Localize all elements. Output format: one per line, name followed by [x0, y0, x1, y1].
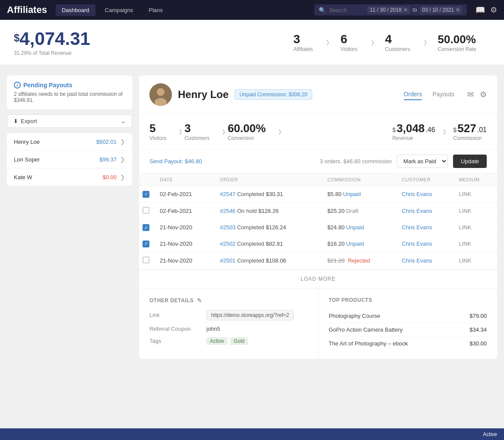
load-more[interactable]: LOAD MORE: [139, 269, 497, 288]
affiliate-item[interactable]: Lori Soper $99.37 ❯: [7, 151, 132, 168]
search-input[interactable]: [329, 7, 364, 13]
table-row: ✓ 21-Nov-2020 #2502 Completed $82.81 $16…: [139, 236, 497, 252]
payout-row: Send Payout: $46.80 3 orders. $46.80 com…: [139, 149, 497, 174]
row-customer: Chris Evans: [396, 219, 453, 236]
detail-row-link: Link https://demo.storeapps.org/?ref=2: [149, 310, 307, 320]
row-customer: Chris Evans: [396, 236, 453, 252]
stat-conversion: 50.00% Conversion Rate: [424, 33, 490, 52]
chevron-icon: ❯: [178, 129, 183, 135]
date-filter: 11 / 30 / 2018 ✕ to 03 / 10 / 2021 ✕: [367, 6, 463, 14]
header-tabs: Orders Payouts: [404, 89, 454, 100]
stat-customers-block: 3 Customers: [184, 122, 220, 141]
nav-campaigns[interactable]: Campaigns: [99, 4, 139, 16]
send-payout-link[interactable]: Send Payout: $46.80: [149, 158, 202, 165]
row-customer: Chris Evans: [396, 252, 453, 269]
date-to-tag: 03 / 10 / 2021 ✕: [420, 6, 463, 14]
stat-visitors: 6 Visitors: [326, 32, 371, 52]
stat-customers: 4 Customers: [371, 32, 424, 52]
row-customer: Chris Evans: [396, 202, 453, 219]
affiliate-name-block: Henry Loe: [178, 89, 228, 101]
table-row: 21-Nov-2020 #2501 Completed $108.06 $21.…: [139, 252, 497, 269]
top-nav: Affiliates Dashboard Campaigns Plans 🔍 1…: [0, 0, 504, 20]
product-row: GoPro Action Camera Battery $34.34: [329, 323, 487, 337]
row-checkbox[interactable]: ✓: [139, 236, 155, 252]
row-date: 02-Feb-2021: [155, 202, 215, 219]
product-row: The Art of Photography – ebook $30.00: [329, 337, 487, 350]
row-customer: Chris Evans: [396, 186, 453, 203]
sidebar: i Pending Payouts 2 affiliates needs to …: [7, 76, 132, 186]
row-date: 21-Nov-2020: [155, 219, 215, 236]
row-order: #2502 Completed $82.81: [215, 236, 322, 252]
col-date: DATE: [155, 174, 215, 186]
row-commission: $21.20 Rejected: [322, 252, 396, 269]
other-details-title: OTHER DETAILS ✎: [149, 297, 307, 304]
affiliate-item[interactable]: Kate W $0.00 ❯: [7, 168, 132, 186]
bottom-panels: OTHER DETAILS ✎ Link https://demo.storea…: [139, 288, 497, 359]
stat-conversion-block: 60.00% Conversion: [228, 122, 276, 141]
settings-icon[interactable]: ⚙: [480, 90, 487, 99]
row-commission: $24.80 Unpaid: [322, 219, 396, 236]
svg-point-1: [157, 88, 165, 96]
stats-bar: $4,074.31 31.29% of Total Revenue 3 Affi…: [0, 20, 504, 65]
row-medium: LINK: [453, 236, 497, 252]
pending-title: i Pending Payouts: [14, 82, 125, 89]
detail-row-coupon: Referral Coupon john5: [149, 326, 307, 332]
nav-icons: 📖 ⚙: [475, 5, 497, 15]
revenue-amount: $4,074.31: [14, 28, 90, 49]
row-checkbox[interactable]: ✓: [139, 219, 155, 236]
row-checkbox[interactable]: [139, 252, 155, 269]
tag-active: Active: [206, 337, 228, 345]
commission-val: $ 527.01 Commission: [453, 122, 487, 141]
row-checkbox[interactable]: [139, 202, 155, 219]
update-button[interactable]: Update: [453, 155, 487, 168]
row-order: #2546 On hold $128.26: [215, 202, 322, 219]
row-date: 02-Feb-2021: [155, 186, 215, 203]
chevron-right-icon: ❯: [120, 138, 125, 145]
pending-payouts-panel: i Pending Payouts 2 affiliates needs to …: [7, 76, 132, 109]
edit-icon[interactable]: ✎: [197, 297, 203, 304]
row-date: 21-Nov-2020: [155, 252, 215, 269]
affiliate-stats-row: 5 Visitors ❯ 3 Customers ❯ 60.00% Conver…: [139, 114, 497, 149]
tab-payouts[interactable]: Payouts: [432, 89, 454, 100]
export-button[interactable]: ⬇ Export ⌄: [7, 114, 132, 128]
chevron-icon: ❯: [442, 129, 447, 135]
tab-orders[interactable]: Orders: [404, 89, 422, 100]
table-row: ✓ 02-Feb-2021 #2547 Completed $30.31 $5.…: [139, 186, 497, 203]
row-checkbox[interactable]: ✓: [139, 186, 155, 203]
book-icon[interactable]: 📖: [475, 5, 485, 15]
export-icon: ⬇: [13, 118, 18, 124]
tag-gold: Gold: [230, 337, 248, 345]
revenue-block: $ 3,048.46 Revenue ❯ $ 527.01 Commission: [392, 122, 487, 141]
row-order: #2547 Completed $30.31: [215, 186, 322, 203]
row-medium: LINK: [453, 252, 497, 269]
chevron-right-icon: ❯: [120, 174, 125, 180]
table-row: 02-Feb-2021 #2546 On hold $128.26 $25.20…: [139, 202, 497, 219]
nav-dashboard[interactable]: Dashboard: [56, 4, 95, 16]
stat-visitors-block: 5 Visitors: [149, 122, 177, 141]
table-row: ✓ 21-Nov-2020 #2503 Completed $126.24 $2…: [139, 219, 497, 236]
col-commission: COMMISSION: [322, 174, 396, 186]
orders-info: 3 orders. $46.80 commission: [320, 158, 392, 165]
date-from-tag: 11 / 30 / 2018 ✕: [367, 6, 410, 14]
product-row: Photography Course $79.00: [329, 309, 487, 323]
mark-paid-select[interactable]: Mark as Paid: [397, 155, 448, 168]
detail-panel: Henry Loe Unpaid Commission: $306.20 Ord…: [139, 76, 497, 359]
other-details-panel: OTHER DETAILS ✎ Link https://demo.storea…: [139, 288, 318, 359]
nav-plans[interactable]: Plans: [143, 4, 169, 16]
date-from-clear[interactable]: ✕: [403, 7, 408, 13]
pending-desc: 2 affiliates needs to be paid total comm…: [14, 91, 125, 103]
search-bar: 🔍 11 / 30 / 2018 ✕ to 03 / 10 / 2021 ✕: [314, 4, 467, 16]
affiliate-item[interactable]: Henry Loe $602.01 ❯: [7, 133, 132, 151]
date-to-clear[interactable]: ✕: [456, 7, 460, 13]
top-products-title: TOP PRODUCTS: [329, 297, 487, 303]
avatar: [149, 83, 172, 106]
row-medium: LINK: [453, 202, 497, 219]
col-customer: CUSTOMER: [396, 174, 453, 186]
row-commission: $16.20 Unpaid: [322, 236, 396, 252]
row-medium: LINK: [453, 186, 497, 203]
stat-affiliates: 3 Affiliates: [279, 32, 326, 52]
email-icon[interactable]: ✉: [467, 90, 474, 99]
orders-table: DATE ORDER COMMISSION CUSTOMER MEDIUM ✓ …: [139, 174, 497, 269]
row-date: 21-Nov-2020: [155, 236, 215, 252]
gear-icon[interactable]: ⚙: [490, 5, 497, 15]
